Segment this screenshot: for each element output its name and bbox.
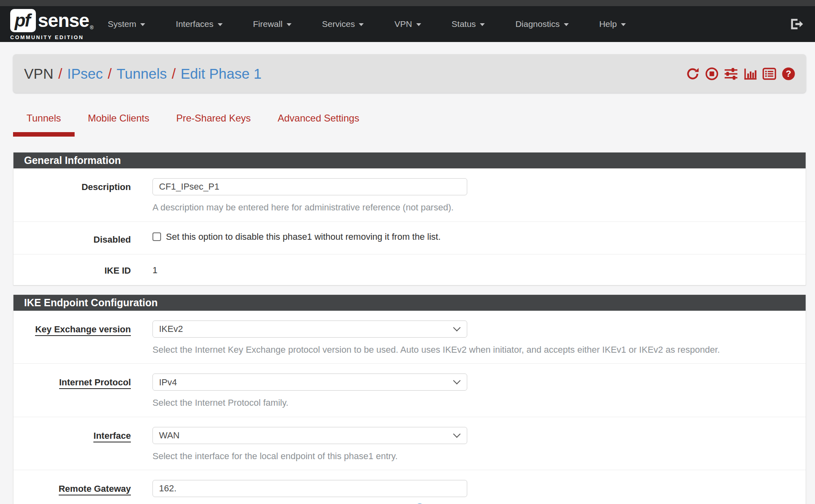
- registered-mark: ®: [90, 25, 93, 31]
- description-row: Description A description may be entered…: [13, 168, 806, 221]
- ike-endpoint-configuration-panel: IKE Endpoint Configuration Key Exchange …: [13, 294, 806, 504]
- question-circle-icon[interactable]: ?: [782, 67, 795, 81]
- sign-out-icon[interactable]: [790, 17, 804, 31]
- community-edition-label: COMMUNITY EDITION: [10, 34, 93, 40]
- chevron-down-icon: [564, 23, 569, 26]
- sliders-icon[interactable]: [724, 67, 738, 81]
- list-icon[interactable]: [762, 67, 776, 81]
- breadcrumb-link-tunnels[interactable]: Tunnels: [117, 66, 167, 82]
- disabled-checkbox-text: Set this option to disable this phase1 w…: [166, 232, 441, 242]
- nav-item-help[interactable]: Help: [599, 19, 626, 29]
- tab-mobile-clients[interactable]: Mobile Clients: [75, 106, 163, 132]
- nav-menu: System Interfaces Firewall Services VPN …: [108, 19, 626, 29]
- pfsense-logo[interactable]: pf sense ® COMMUNITY EDITION: [10, 9, 93, 40]
- ipsec-tabs: Tunnels Mobile Clients Pre-Shared Keys A…: [13, 106, 806, 137]
- chevron-down-icon: [218, 23, 223, 26]
- remote-gateway-row: Remote Gateway Enter the public IP addre…: [13, 470, 806, 504]
- chevron-down-icon: [287, 23, 292, 26]
- page-action-icons: ?: [686, 67, 795, 81]
- breadcrumb-root: VPN: [24, 66, 53, 82]
- tab-pre-shared-keys[interactable]: Pre-Shared Keys: [163, 106, 264, 132]
- sense-logo-text: sense: [38, 9, 89, 31]
- chevron-down-icon: [140, 23, 145, 26]
- interface-select[interactable]: WAN: [152, 427, 467, 444]
- interface-label: Interface: [13, 427, 131, 462]
- main-navbar: pf sense ® COMMUNITY EDITION System Inte…: [0, 6, 815, 42]
- nav-item-firewall[interactable]: Firewall: [253, 19, 292, 29]
- panel-title-ike-endpoint-configuration: IKE Endpoint Configuration: [13, 295, 806, 311]
- breadcrumb-separator: /: [172, 66, 176, 82]
- disabled-label: Disabled: [13, 231, 131, 245]
- ike-id-label: IKE ID: [13, 262, 131, 276]
- interface-help-text: Select the interface for the local endpo…: [152, 451, 793, 462]
- disabled-row: Disabled Set this option to disable this…: [13, 221, 806, 254]
- nav-item-interfaces[interactable]: Interfaces: [176, 19, 222, 29]
- description-help-text: A description may be entered here for ad…: [152, 202, 793, 213]
- key-exchange-version-select[interactable]: IKEv2: [152, 321, 467, 338]
- key-exchange-version-help-text: Select the Internet Key Exchange protoco…: [152, 344, 793, 356]
- breadcrumb-link-edit-phase-1[interactable]: Edit Phase 1: [181, 66, 261, 82]
- chevron-down-icon: [416, 23, 421, 26]
- description-label: Description: [13, 178, 131, 213]
- nav-item-status[interactable]: Status: [452, 19, 485, 29]
- pf-logo-box: pf: [10, 9, 36, 32]
- key-exchange-version-row: Key Exchange version IKEv2 Select the In…: [13, 311, 806, 364]
- nav-item-vpn[interactable]: VPN: [394, 19, 421, 29]
- nav-item-services[interactable]: Services: [322, 19, 364, 29]
- pf-logo-text: pf: [15, 10, 32, 31]
- nav-item-system[interactable]: System: [108, 19, 145, 29]
- tab-advanced-settings[interactable]: Advanced Settings: [264, 106, 373, 132]
- pfsense-logo-main: pf sense ®: [10, 9, 93, 32]
- key-exchange-version-label: Key Exchange version: [13, 321, 131, 356]
- breadcrumb-bar: VPN / IPsec / Tunnels / Edit Phase 1 ?: [13, 54, 806, 93]
- breadcrumb-separator: /: [58, 66, 62, 82]
- stop-circle-icon[interactable]: [705, 67, 719, 81]
- panel-title-general-information: General Information: [13, 153, 806, 168]
- bar-chart-icon[interactable]: [743, 67, 757, 81]
- refresh-icon[interactable]: [686, 67, 700, 81]
- remote-gateway-label: Remote Gateway: [13, 480, 131, 504]
- breadcrumb-link-ipsec[interactable]: IPsec: [67, 66, 103, 82]
- ike-id-row: IKE ID 1: [13, 254, 806, 285]
- description-input[interactable]: [152, 178, 467, 195]
- internet-protocol-help-text: Select the Internet Protocol family.: [152, 397, 793, 409]
- breadcrumb: VPN / IPsec / Tunnels / Edit Phase 1: [24, 66, 261, 82]
- chevron-down-icon: [480, 23, 485, 26]
- general-information-panel: General Information Description A descri…: [13, 152, 806, 285]
- remote-gateway-input[interactable]: [152, 480, 467, 497]
- disabled-checkbox[interactable]: [152, 232, 161, 241]
- internet-protocol-label: Internet Protocol: [13, 374, 131, 409]
- ike-id-value: 1: [152, 262, 793, 276]
- internet-protocol-select[interactable]: IPv4: [152, 374, 467, 391]
- tab-tunnels[interactable]: Tunnels: [13, 106, 75, 137]
- chevron-down-icon: [621, 23, 626, 26]
- svg-text:?: ?: [786, 69, 791, 79]
- internet-protocol-row: Internet Protocol IPv4 Select the Intern…: [13, 363, 806, 417]
- breadcrumb-separator: /: [108, 66, 112, 82]
- window-top-strip: [0, 0, 815, 6]
- interface-row: Interface WAN Select the interface for t…: [13, 417, 806, 470]
- chevron-down-icon: [359, 23, 364, 26]
- nav-item-diagnostics[interactable]: Diagnostics: [515, 19, 569, 29]
